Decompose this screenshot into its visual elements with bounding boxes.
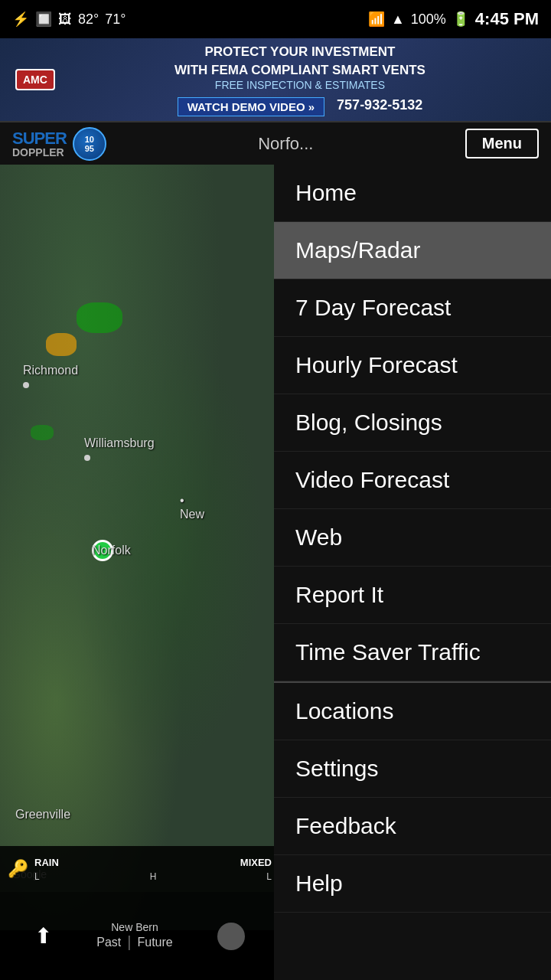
legend-bar: 🔑 RAIN MIXED L H L [0,846,279,892]
menu-button[interactable]: Menu [465,129,539,158]
rain-label: RAIN [34,857,59,868]
temperature-high: 82° [78,11,99,28]
menu-item-label-time-saver-traffic: Time Saver Traffic [295,639,481,665]
menu-item-help[interactable]: Help [274,855,551,913]
city-richmond-label: Richmond [23,364,78,377]
menu-item-report-it[interactable]: Report It [274,567,551,624]
radar-blob-1 [77,302,122,333]
image-icon: 🖼 [58,11,72,28]
legend-low1: L [34,871,40,882]
header-logo: SUPER DOPPLER 10 95 [12,127,106,161]
ad-cta[interactable]: WATCH DEMO VIDEO » [178,97,324,116]
menu-item-web[interactable]: Web [274,509,551,567]
status-left-icons: ⚡ 🔲 🖼 82° 71° [12,11,126,28]
legend-low2: L [266,871,272,882]
ad-text-block: PROTECT YOUR INVESTMENT WITH FEMA COMPLI… [64,43,536,117]
menu-item-home[interactable]: Home [274,165,551,222]
menu-item-hourly-forecast[interactable]: Hourly Forecast [274,337,551,394]
city-richmond: Richmond [23,364,29,391]
ad-banner[interactable]: AMC PROTECT YOUR INVESTMENT WITH FEMA CO… [0,38,551,122]
signal-icon: ▲ [391,11,405,28]
city-williamsburg-label: Williamsburg [84,436,155,450]
battery-100-icon: 🔲 [35,11,52,28]
menu-item-7-day-forecast[interactable]: 7 Day Forecast [274,279,551,337]
city-greenville-label: Greenville [15,808,70,822]
menu-item-maps-radar[interactable]: Maps/Radar [274,222,551,279]
menu-item-locations[interactable]: Locations [274,683,551,740]
menu-item-label-help: Help [295,871,343,897]
clock: 4:45 PM [475,9,539,29]
battery-percent: 100% [411,11,446,28]
menu-item-label-feedback: Feedback [295,813,396,839]
menu-panel: HomeMaps/Radar7 Day ForecastHourly Forec… [274,165,551,980]
ad-logo: AMC [15,69,55,90]
wifi-icon: 📶 [368,11,385,28]
menu-item-video-forecast[interactable]: Video Forecast [274,452,551,509]
legend-high: H [150,871,157,882]
play-toggle-button[interactable] [217,923,245,950]
share-icon[interactable]: ⬆ [34,923,52,949]
app-header: SUPER DOPPLER 10 95 Norfo... Menu [0,122,551,165]
radar-blob-3 [31,425,54,440]
menu-item-settings[interactable]: Settings [274,740,551,798]
ad-line2: WITH FEMA COMPLIANT SMART VENTS [64,61,536,80]
nav-separator: | [127,933,131,951]
logo-super: SUPER [12,130,67,147]
city-richmond-dot [23,382,29,388]
key-icon: 🔑 [8,859,28,879]
map-background: Richmond Williamsburg • New Norfolk Gree… [0,165,279,930]
city-williamsburg: Williamsburg [84,436,90,464]
past-label[interactable]: Past [96,936,121,949]
logo-number-95: 95 [85,144,94,153]
menu-item-blog-closings[interactable]: Blog, Closings [274,394,551,452]
battery-icon: 🔋 [452,11,469,28]
logo-number-10: 10 [85,135,94,144]
menu-item-label-7-day-forecast: 7 Day Forecast [295,295,451,321]
bottom-nav-bar: ⬆ New Bern Past | Future [0,892,279,980]
ad-line3: FREE INSPECTION & ESTIMATES [64,79,536,91]
usb-icon: ⚡ [12,11,29,28]
city-williamsburg-dot [84,455,90,461]
menu-item-label-report-it: Report It [295,582,383,608]
menu-item-label-maps-radar: Maps/Radar [295,237,420,263]
ad-line1: PROTECT YOUR INVESTMENT [64,43,536,61]
logo-doppler: DOPPLER [12,147,67,158]
logo-circle: 10 95 [73,127,106,161]
menu-item-label-locations: Locations [295,698,393,724]
menu-items-container: HomeMaps/Radar7 Day ForecastHourly Forec… [274,165,551,913]
menu-item-feedback[interactable]: Feedback [274,798,551,855]
menu-item-label-settings: Settings [295,756,378,782]
header-location: Norfo... [258,134,313,154]
menu-item-label-blog-closings: Blog, Closings [295,410,442,436]
city-new-label: • New [180,494,204,521]
mixed-label: MIXED [240,857,272,868]
menu-item-label-home: Home [295,180,357,206]
menu-item-label-video-forecast: Video Forecast [295,467,449,493]
menu-item-label-hourly-forecast: Hourly Forecast [295,352,458,378]
status-right-icons: 📶 ▲ 100% 🔋 4:45 PM [368,9,539,29]
map-area[interactable]: Richmond Williamsburg • New Norfolk Gree… [0,165,279,930]
radar-blob-2 [46,333,77,356]
city-norfolk: Norfolk [92,540,113,561]
menu-item-time-saver-traffic[interactable]: Time Saver Traffic [274,624,551,681]
bottom-city: New Bern [96,921,172,933]
status-bar: ⚡ 🔲 🖼 82° 71° 📶 ▲ 100% 🔋 4:45 PM [0,0,551,38]
temperature-low: 71° [105,11,126,28]
ad-phone: 757-932-5132 [337,97,422,113]
menu-item-label-web: Web [295,524,342,550]
city-norfolk-label: Norfolk [92,544,131,557]
future-label[interactable]: Future [137,936,172,949]
